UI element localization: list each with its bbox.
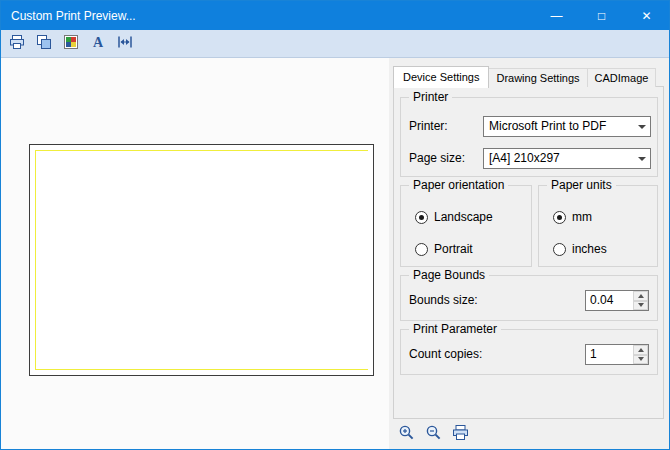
- radio-button-icon: [415, 243, 428, 256]
- images-icon: [36, 34, 52, 53]
- page-bounds-group-title: Page Bounds: [409, 268, 489, 282]
- fit-width-icon: [117, 34, 133, 53]
- radio-portrait-label: Portrait: [434, 242, 473, 256]
- close-button[interactable]: ✕: [624, 1, 669, 30]
- printer-select-value: Microsoft Print to PDF: [489, 119, 606, 133]
- radio-button-icon: [415, 211, 428, 224]
- color-image-toolbar-button[interactable]: [59, 32, 83, 55]
- top-toolbar: A: [1, 30, 669, 58]
- page-bounds-outline: [35, 150, 368, 370]
- count-copies-stepper[interactable]: 1: [585, 344, 649, 365]
- preview-zoom-toolbar: [393, 421, 665, 447]
- zoom-out-button[interactable]: [422, 423, 444, 445]
- bounds-size-value: 0.04: [590, 291, 613, 310]
- printer-label: Printer:: [409, 119, 448, 133]
- images-toolbar-button[interactable]: [32, 32, 56, 55]
- minimize-button[interactable]: —: [534, 1, 579, 30]
- page-bounds-group: Page Bounds Bounds size: 0.04: [400, 275, 658, 321]
- page-size-select[interactable]: [A4] 210x297: [483, 148, 651, 169]
- radio-mm-label: mm: [572, 210, 592, 224]
- print-parameter-group-title: Print Parameter: [409, 322, 501, 336]
- paper-orientation-group-title: Paper orientation: [409, 178, 508, 192]
- fit-width-toolbar-button[interactable]: [113, 32, 137, 55]
- printer-icon: [9, 34, 25, 53]
- radio-portrait[interactable]: Portrait: [415, 242, 473, 256]
- preview-page: [29, 144, 374, 376]
- spin-up-icon[interactable]: [633, 345, 648, 355]
- printer-toolbar-button[interactable]: [5, 32, 29, 55]
- radio-mm[interactable]: mm: [553, 210, 592, 224]
- radio-button-icon: [553, 243, 566, 256]
- print-parameter-group: Print Parameter Count copies: 1: [400, 329, 658, 375]
- font-toolbar-button[interactable]: A: [86, 32, 110, 55]
- bounds-size-stepper[interactable]: 0.04: [585, 290, 649, 311]
- bounds-size-spinner: [633, 291, 648, 310]
- color-image-icon: [63, 34, 79, 53]
- radio-button-icon: [553, 211, 566, 224]
- font-icon: A: [90, 34, 106, 53]
- count-copies-value: 1: [590, 345, 597, 364]
- main-area: Device Settings Drawing Settings CADImag…: [1, 58, 669, 449]
- chevron-down-icon: [633, 149, 650, 168]
- page-size-select-value: [A4] 210x297: [489, 151, 560, 165]
- tab-device-settings[interactable]: Device Settings: [393, 66, 489, 88]
- paper-units-group-title: Paper units: [547, 178, 616, 192]
- radio-inches[interactable]: inches: [553, 242, 607, 256]
- device-settings-tab-page: Printer Printer: Microsoft Print to PDF …: [393, 86, 664, 419]
- bounds-size-label: Bounds size:: [409, 293, 478, 307]
- tab-drawing-settings[interactable]: Drawing Settings: [488, 68, 587, 87]
- spin-down-icon[interactable]: [633, 355, 648, 365]
- settings-panel: Device Settings Drawing Settings CADImag…: [389, 58, 669, 449]
- title-bar: Custom Print Preview... — □ ✕: [1, 1, 669, 30]
- zoom-out-icon: [425, 424, 442, 444]
- custom-print-preview-window: Custom Print Preview... — □ ✕: [0, 0, 670, 450]
- print-preview-area: [1, 58, 389, 449]
- page-size-label: Page size:: [409, 151, 465, 165]
- settings-tabs: Device Settings Drawing Settings CADImag…: [393, 66, 656, 87]
- paper-units-group: Paper units mm inches: [538, 185, 658, 267]
- count-copies-label: Count copies:: [409, 347, 482, 361]
- spin-down-icon[interactable]: [633, 301, 648, 311]
- print-icon: [452, 424, 469, 444]
- print-button[interactable]: [449, 423, 471, 445]
- radio-landscape[interactable]: Landscape: [415, 210, 493, 224]
- radio-landscape-label: Landscape: [434, 210, 493, 224]
- spin-up-icon[interactable]: [633, 291, 648, 301]
- zoom-in-icon: [398, 424, 415, 444]
- radio-inches-label: inches: [572, 242, 607, 256]
- chevron-down-icon: [633, 117, 650, 136]
- svg-text:A: A: [93, 35, 104, 50]
- window-title: Custom Print Preview...: [1, 9, 534, 23]
- printer-group-title: Printer: [409, 90, 452, 104]
- printer-group: Printer Printer: Microsoft Print to PDF …: [400, 97, 658, 177]
- paper-orientation-group: Paper orientation Landscape Portrait: [400, 185, 532, 267]
- maximize-button[interactable]: □: [579, 1, 624, 30]
- tab-cadimage[interactable]: CADImage: [587, 68, 657, 87]
- zoom-in-button[interactable]: [395, 423, 417, 445]
- printer-select[interactable]: Microsoft Print to PDF: [483, 116, 651, 137]
- count-copies-spinner: [633, 345, 648, 364]
